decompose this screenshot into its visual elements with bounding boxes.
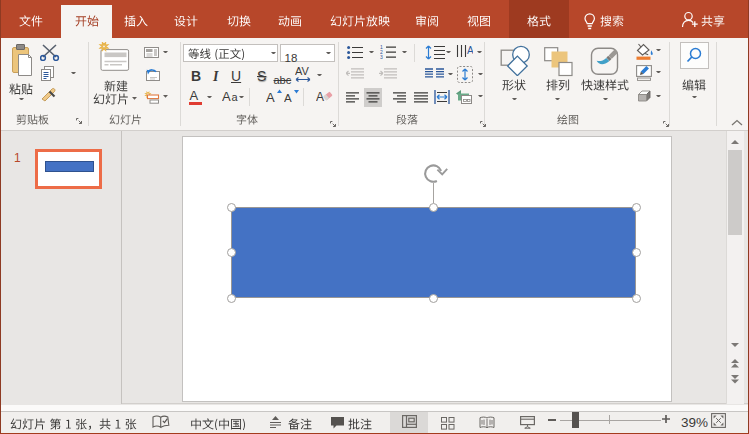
svg-text:A: A xyxy=(222,89,231,103)
svg-text:A: A xyxy=(266,90,275,104)
svg-text:a: a xyxy=(232,91,239,103)
svg-text:A: A xyxy=(316,90,324,104)
svg-text:3: 3 xyxy=(380,54,383,60)
svg-text:A: A xyxy=(190,88,199,103)
svg-text:A: A xyxy=(284,92,292,104)
svg-text:A: A xyxy=(467,45,473,56)
svg-text:AV: AV xyxy=(295,66,310,77)
